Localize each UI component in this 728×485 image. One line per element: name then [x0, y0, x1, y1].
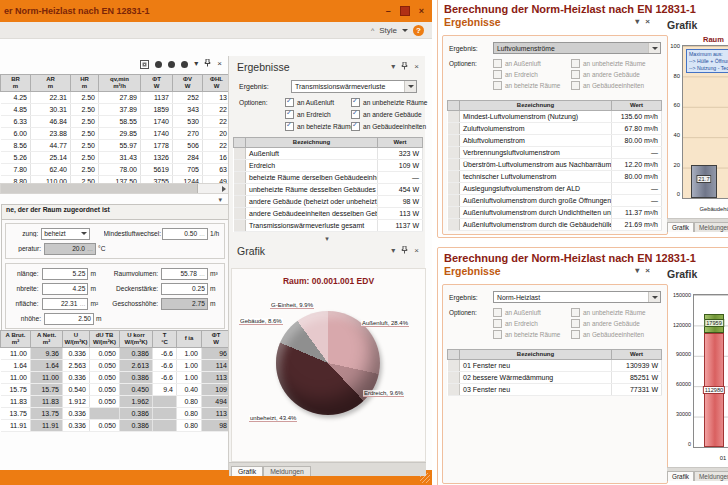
column-header[interactable]: ΦT W: [141, 75, 173, 92]
column-header[interactable]: U W/(m²K): [63, 331, 90, 348]
close-icon[interactable]: ×: [645, 267, 650, 275]
table-row[interactable]: 11.0011.00 0.3360.050 0.386-6.6 1.00113: [1, 371, 231, 383]
option-checkbox[interactable]: an Erdreich: [285, 110, 351, 119]
help-icon[interactable]: ?: [413, 25, 424, 36]
close-icon[interactable]: ×: [414, 247, 419, 255]
geschosshoehe-field[interactable]: 2.75: [161, 298, 208, 310]
ergebnis-combobox[interactable]: Norm-Heizlast: [493, 291, 661, 303]
column-header[interactable]: f ia: [177, 331, 202, 348]
column-header[interactable]: qv,min m³/h: [99, 75, 141, 92]
table-row[interactable]: Außenluft 323 W: [234, 147, 423, 159]
column-header-bezeichnung[interactable]: Bezeichnung: [246, 138, 378, 148]
column-header[interactable]: BR m: [1, 75, 31, 92]
scrollbar-thumb[interactable]: [1, 184, 198, 193]
column-header[interactable]: A Brut. m²: [1, 331, 31, 348]
style-dropdown-icon[interactable]: [402, 29, 408, 32]
ergebnis-combobox[interactable]: Luftvolumenströme: [493, 42, 661, 54]
table-row[interactable]: Außenluftvolumenstrom durch große Öffnun…: [448, 194, 662, 206]
column-header-bezeichnung[interactable]: Bezeichnung: [460, 101, 612, 111]
combobox-button[interactable]: [648, 43, 660, 53]
table-row[interactable]: unbeheizte Räume desselben Gebäudes 454 …: [234, 183, 423, 195]
column-header-bezeichnung[interactable]: Bezeichnung: [460, 350, 612, 360]
option-checkbox[interactable]: an unbeheizte Räume: [351, 98, 417, 107]
table-row[interactable]: Abluftvolumenstrom 80.00 m³/h: [448, 134, 662, 146]
option-checkbox[interactable]: an beheizte Räume: [285, 122, 351, 131]
column-header-wert[interactable]: Wert: [378, 138, 423, 148]
table-row[interactable]: 15.7515.75 0.5400.050 0.4509.4 0.40109: [1, 383, 231, 395]
column-header[interactable]: ΦV W: [173, 75, 203, 92]
close-icon[interactable]: ×: [419, 7, 424, 16]
column-header-wert[interactable]: Wert: [612, 101, 662, 111]
pin-icon[interactable]: [401, 246, 408, 256]
minimize-icon[interactable]: –: [386, 7, 391, 16]
horizontal-scrollbar[interactable]: [0, 183, 230, 194]
tab-grafik[interactable]: Grafik: [667, 222, 694, 232]
table-row[interactable]: 11.8311.83 1.9120.050 1.962 0.80494: [1, 395, 231, 407]
column-header-wert[interactable]: Wert: [612, 350, 662, 360]
table-row[interactable]: 13.7513.75 0.336 0.386 0.80113: [1, 407, 231, 419]
column-header[interactable]: T °C: [153, 331, 177, 348]
style-menu[interactable]: Style: [379, 26, 397, 35]
table-row[interactable]: 11.9111.91 0.3360.050 0.386 0.8098: [1, 419, 231, 431]
browse-icon[interactable]: …: [79, 301, 85, 307]
column-header[interactable]: U korr W/(m²K): [120, 331, 153, 348]
table-row[interactable]: Zuluftvolumenstrom 67.80 m³/h: [448, 122, 662, 134]
table-row[interactable]: 1.641.64 2.5630.050 2.613-6.6 1.00114: [1, 359, 231, 371]
window-layout-icon[interactable]: [140, 60, 149, 69]
table-row[interactable]: 02 bessere Wärmedämmung 85251 W: [448, 371, 662, 383]
tab-meldungen[interactable]: Meldungen: [263, 466, 311, 476]
raumvolumen-field[interactable]: 55.78 …: [161, 268, 208, 280]
option-checkbox[interactable]: an andere Gebäude: [351, 110, 417, 119]
close-pane-icon[interactable]: ×: [217, 60, 222, 68]
panel-dropdown-icon[interactable]: ▾: [391, 63, 395, 71]
deckenstaerke-field[interactable]: 0.25: [161, 283, 208, 295]
close-icon[interactable]: ×: [645, 18, 650, 26]
column-header[interactable]: AR m: [31, 75, 71, 92]
table-row[interactable]: technischer Luftvolumenstrom 80.00 m³/h: [448, 170, 662, 182]
table-row[interactable]: 6.3346.84 2.5058.55 1740530 22: [1, 115, 231, 127]
heizung-select[interactable]: beheizt: [41, 228, 89, 240]
tab-grafik[interactable]: Grafik: [231, 466, 263, 476]
raumbreite-field[interactable]: 4.25: [42, 283, 89, 295]
table-row[interactable]: Verbrennungsluftvolumenstrom —: [448, 146, 662, 158]
table-row[interactable]: beheizte Räume derselben Gebäudeeinheit …: [234, 171, 423, 183]
maximize-icon[interactable]: [400, 6, 410, 16]
table-row[interactable]: Auslegungsluftvolumenstrom der ALD —: [448, 182, 662, 194]
temperatur-field[interactable]: 20.0 …: [44, 243, 96, 255]
mindestluftwechsel-field[interactable]: 0.50 …: [162, 228, 208, 240]
table-row[interactable]: 4.8530.31 2.5037.89 1859343 22: [1, 103, 231, 115]
column-header[interactable]: ΦT W: [202, 331, 231, 348]
raumhoehe-field[interactable]: 2.50: [44, 313, 94, 325]
column-header[interactable]: HR m: [71, 75, 99, 92]
table-row[interactable]: Erdreich 109 W: [234, 159, 423, 171]
table-row[interactable]: Transmissionswärmeverluste gesamt 1137 W: [234, 219, 423, 231]
raumlaenge-field[interactable]: 5.25: [42, 268, 89, 280]
panel-dropdown-icon[interactable]: ▾: [635, 267, 639, 275]
panel-dropdown-icon[interactable]: ▾: [391, 247, 395, 255]
column-header[interactable]: dU TB W/(m²K): [90, 331, 120, 348]
table-row[interactable]: Mindest-Luftvolumenstrom (Nutzung) 135.6…: [448, 110, 662, 122]
close-icon[interactable]: ×: [414, 63, 419, 71]
collapse-ribbon-icon[interactable]: ^: [371, 27, 374, 34]
table-row[interactable]: Überström-Luftvolumenstrom aus Nachbarrä…: [448, 158, 662, 170]
table-row[interactable]: andere Gebäudeeinheiten desselben Gebäud…: [234, 207, 423, 219]
tab-grafik[interactable]: Grafik: [667, 471, 694, 481]
browse-icon[interactable]: …: [199, 231, 205, 237]
table-row[interactable]: 01 Fenster neu 130939 W: [448, 359, 662, 371]
option-checkbox[interactable]: an Außenluft: [285, 98, 351, 107]
combobox-button[interactable]: [648, 292, 660, 302]
pane-splitter[interactable]: ▾: [0, 196, 228, 204]
ergebnis-combobox[interactable]: Transmissionswärmeverluste: [291, 80, 417, 93]
view-option-icon-3[interactable]: [181, 61, 188, 68]
column-header[interactable]: A Nett. m²: [31, 331, 63, 348]
view-option-icon-2[interactable]: [168, 61, 175, 68]
table-row[interactable]: 8.5644.77 2.5055.97 1778506 22: [1, 139, 231, 151]
table-row[interactable]: 03 Fenster neu 77331 W: [448, 383, 662, 395]
table-row[interactable]: Außenluftvolumenstrom durch die Gebäudeh…: [448, 218, 662, 230]
table-row[interactable]: 5.2625.14 2.5031.43 1326284 16: [1, 151, 231, 163]
combobox-button[interactable]: [404, 81, 416, 92]
table-row[interactable]: Außenluftvolumenstrom durch Undichtheite…: [448, 206, 662, 218]
browse-icon[interactable]: …: [87, 246, 93, 252]
panel-splitter[interactable]: ▾: [229, 232, 425, 243]
option-checkbox[interactable]: an Gebäudeeinheiten: [351, 122, 417, 131]
